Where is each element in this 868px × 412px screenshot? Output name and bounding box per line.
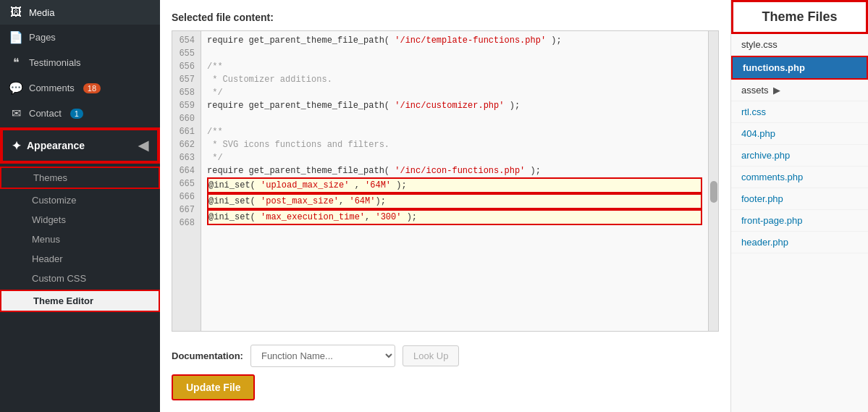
- code-line-665: @ini_set( 'upload_max_size' , '64M' );: [207, 177, 702, 193]
- code-editor[interactable]: 654 655 656 657 658 659 660 661 662 663 …: [172, 30, 719, 332]
- theme-file-rtl-css[interactable]: rtl.css: [731, 101, 868, 123]
- custom-css-link[interactable]: Custom CSS: [0, 269, 160, 288]
- widgets-link[interactable]: Widgets: [0, 210, 160, 230]
- documentation-row: Documentation: Function Name... Look Up: [172, 339, 719, 367]
- themes-item[interactable]: Themes: [0, 167, 160, 189]
- appearance-arrow-icon: ◀: [138, 138, 148, 154]
- documentation-label: Documentation:: [172, 350, 243, 361]
- sidebar-item-label: Pages: [29, 32, 56, 43]
- comments-icon: 💬: [9, 81, 23, 95]
- header-link[interactable]: Header: [0, 249, 160, 269]
- code-line-664: require get_parent_theme_file_path( '/in…: [207, 164, 702, 177]
- appearance-label-text: Appearance: [27, 140, 85, 151]
- customize-link[interactable]: Customize: [0, 190, 160, 210]
- line-num-666: 666: [178, 190, 195, 203]
- line-num-668: 668: [178, 216, 195, 230]
- theme-file-comments-php[interactable]: comments.php: [731, 167, 868, 188]
- code-line-654: require get_parent_theme_file_path( '/in…: [207, 34, 702, 47]
- line-num-658: 658: [178, 86, 195, 99]
- theme-file-front-page-php[interactable]: front-page.php: [731, 210, 868, 232]
- sidebar-item-contact[interactable]: ✉ Contact 1: [0, 101, 160, 126]
- look-up-button[interactable]: Look Up: [403, 345, 459, 366]
- testimonials-icon: ❝: [9, 56, 23, 70]
- theme-file-assets-folder[interactable]: assets ▶: [731, 80, 868, 101]
- line-num-663: 663: [178, 151, 195, 164]
- theme-file-header-php[interactable]: header.php: [731, 232, 868, 253]
- sidebar-item-comments[interactable]: 💬 Comments 18: [0, 75, 160, 101]
- line-num-664: 664: [178, 164, 195, 177]
- line-num-665: 665: [178, 177, 195, 190]
- appearance-section: ✦ Appearance ◀: [0, 127, 160, 164]
- line-numbers: 654 655 656 657 658 659 660 661 662 663 …: [172, 31, 201, 331]
- function-name-select[interactable]: Function Name...: [250, 345, 395, 367]
- theme-file-functions-php[interactable]: functions.php: [731, 56, 868, 80]
- sidebar-item-label: Comments: [29, 83, 75, 93]
- comments-badge: 18: [83, 83, 101, 93]
- pages-icon: 📄: [9, 30, 23, 44]
- theme-editor-link[interactable]: Theme Editor: [1, 291, 159, 311]
- line-num-656: 656: [178, 60, 195, 73]
- sidebar-item-label: Contact: [29, 108, 62, 119]
- line-num-655: 655: [178, 47, 195, 60]
- line-num-657: 657: [178, 73, 195, 86]
- code-line-667: @ini_set( 'max_execution_time', '300' );: [207, 209, 702, 225]
- theme-file-404-php[interactable]: 404.php: [731, 123, 868, 145]
- code-line-663: */: [207, 151, 702, 164]
- theme-files-panel: Theme Files style.css functions.php asse…: [730, 0, 868, 412]
- sidebar-item-appearance[interactable]: ✦ Appearance ◀: [1, 129, 159, 162]
- theme-editor-section: Theme Editor: [0, 290, 160, 312]
- main-layout: Selected file content: 654 655 656 657 6…: [160, 0, 868, 412]
- sidebar-item-label: Media: [29, 7, 54, 18]
- sidebar-item-testimonials[interactable]: ❝ Testimonials: [0, 50, 160, 75]
- code-line-668: [207, 225, 702, 238]
- themes-link[interactable]: Themes: [1, 168, 159, 188]
- sidebar-item-label: Testimonials: [29, 57, 81, 68]
- code-line-657: * Customizer additions.: [207, 73, 702, 86]
- line-num-667: 667: [178, 203, 195, 216]
- code-scrollbar[interactable]: [708, 31, 718, 331]
- code-line-658: */: [207, 86, 702, 99]
- contact-badge: 1: [70, 109, 83, 119]
- code-content[interactable]: require get_parent_theme_file_path( '/in…: [201, 31, 708, 331]
- update-file-button[interactable]: Update File: [172, 374, 255, 400]
- line-num-661: 661: [178, 125, 195, 138]
- code-line-662: * SVG icons functions and filters.: [207, 138, 702, 151]
- contact-icon: ✉: [9, 106, 23, 120]
- folder-icon: assets: [741, 85, 769, 96]
- theme-file-footer-php[interactable]: footer.php: [731, 188, 868, 210]
- main-content: Selected file content: 654 655 656 657 6…: [160, 0, 730, 412]
- appearance-icon: ✦: [12, 139, 21, 153]
- code-line-655: [207, 47, 702, 60]
- sidebar: 🖼 Media 📄 Pages ❝ Testimonials 💬 Comment…: [0, 0, 160, 412]
- code-line-666: @ini_set( 'post_max_size', '64M');: [207, 193, 702, 209]
- code-line-659: require get_parent_theme_file_path( '/in…: [207, 99, 702, 112]
- sidebar-item-pages[interactable]: 📄 Pages: [0, 25, 160, 50]
- theme-files-header: Theme Files: [731, 0, 868, 34]
- media-icon: 🖼: [9, 6, 23, 19]
- folder-arrow-icon: ▶: [773, 85, 780, 96]
- code-line-661: /**: [207, 125, 702, 138]
- line-num-660: 660: [178, 112, 195, 125]
- line-num-662: 662: [178, 138, 195, 151]
- sidebar-item-media[interactable]: 🖼 Media: [0, 0, 160, 25]
- code-line-660: [207, 112, 702, 125]
- code-line-656: /**: [207, 60, 702, 73]
- menus-link[interactable]: Menus: [0, 230, 160, 249]
- line-num-659: 659: [178, 99, 195, 112]
- content-title: Selected file content:: [172, 12, 719, 23]
- line-num-654: 654: [178, 34, 195, 47]
- scroll-thumb: [710, 181, 717, 203]
- theme-file-style-css[interactable]: style.css: [731, 34, 868, 56]
- theme-file-archive-php[interactable]: archive.php: [731, 145, 868, 167]
